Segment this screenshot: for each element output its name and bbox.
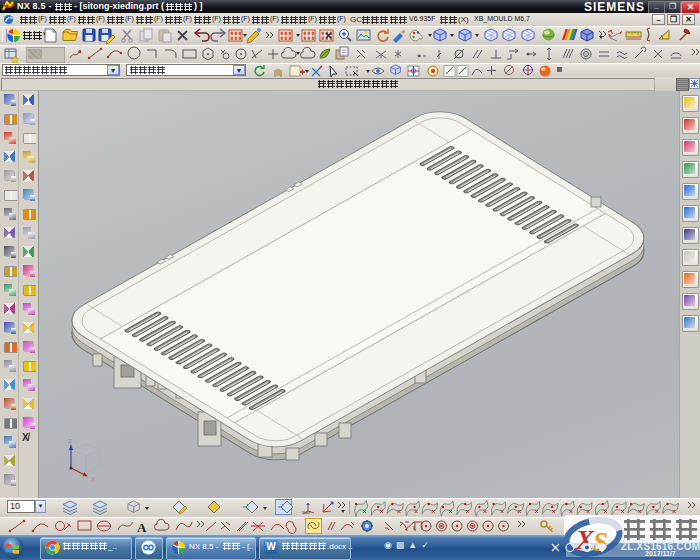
svg-text:A: A [137,520,147,535]
